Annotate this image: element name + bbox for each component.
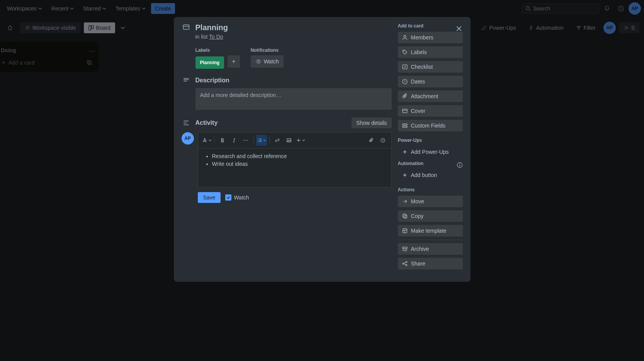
card-icon [182,23,191,31]
toolbar-separator [269,136,270,144]
checklist-button[interactable]: Checklist [398,61,463,73]
clock-icon [402,78,408,85]
editor-help-button[interactable] [377,135,388,146]
chevron-down-icon [302,139,305,142]
activity-heading: Activity [195,119,347,126]
make-template-label: Make template [411,228,447,234]
copy-button[interactable]: Copy [398,210,463,222]
italic-button[interactable] [229,135,240,146]
labels-button[interactable]: Labels [398,46,463,58]
svg-point-24 [382,141,383,142]
archive-label: Archive [411,246,429,252]
svg-rect-36 [403,229,407,233]
share-icon [402,261,408,267]
show-details-label: Show details [356,120,387,126]
svg-point-25 [404,36,406,37]
activity-header: Activity Show details [182,117,392,128]
attach-button[interactable] [366,135,377,146]
link-button[interactable] [272,135,283,146]
svg-point-22 [288,140,289,140]
comment-editor: Research and collect reference Write out… [198,132,392,187]
watch-checkbox-label: Watch [234,194,249,201]
checklist-label: Checklist [411,64,433,70]
archive-icon [402,246,408,252]
members-icon [402,34,408,41]
watch-checkbox[interactable]: Watch [225,194,249,201]
label-chip-text: Planning [200,60,220,65]
bold-icon [220,138,225,143]
labels-group: Labels Planning [195,48,240,69]
svg-rect-30 [403,124,407,125]
cover-button[interactable]: Cover [398,105,463,117]
fields-icon [402,123,408,129]
svg-point-20 [257,141,258,142]
svg-point-16 [245,140,246,141]
list-button[interactable] [256,135,267,146]
more-formatting-button[interactable] [240,135,251,146]
svg-rect-35 [404,215,407,218]
save-button[interactable]: Save [198,192,221,203]
link-icon [275,138,280,143]
bold-button[interactable] [217,135,228,146]
card-modal: Planning in list To Do Labels Planning N… [174,17,471,282]
italic-icon [231,138,237,143]
move-button[interactable]: Move [398,196,463,207]
svg-point-33 [459,163,460,164]
chevron-down-icon [209,139,212,142]
avatar-initials: AP [184,136,191,141]
image-button[interactable] [284,135,294,146]
description-heading: Description [195,77,392,84]
svg-rect-31 [403,126,407,127]
comment-avatar[interactable]: AP [182,132,194,145]
plus-icon [231,59,236,64]
meta-row: Labels Planning Notifications Watch [195,48,392,69]
add-label-button[interactable] [228,55,240,68]
watch-button[interactable]: Watch [251,55,284,68]
description-icon [182,77,191,84]
arrow-right-icon [402,198,408,204]
svg-point-18 [257,139,258,140]
automation-heading: Automation [398,161,424,166]
notifications-group: Notifications Watch [251,48,284,69]
share-label: Share [411,261,425,267]
in-list-link[interactable]: To Do [209,34,223,40]
eye-icon [255,58,262,65]
copy-label: Copy [411,213,424,219]
custom-fields-button[interactable]: Custom Fields [398,120,463,131]
svg-point-26 [403,51,404,51]
tag-icon [402,49,408,55]
chevron-down-icon [263,139,266,142]
attachment-button[interactable]: Attachment [398,90,463,102]
close-button[interactable] [452,22,466,36]
add-power-ups-button[interactable]: Add Power-Ups [398,146,463,158]
make-template-button[interactable]: Make template [398,225,463,237]
card-title[interactable]: Planning [195,23,228,32]
text-style-icon [202,137,208,143]
show-details-button[interactable]: Show details [352,117,391,128]
editor-toolbar [198,133,391,148]
labels-heading: Labels [195,48,240,53]
comment-bullet: Research and collect reference [212,153,385,159]
plus-icon [296,138,301,143]
image-icon [286,138,292,143]
label-chip[interactable]: Planning [195,56,224,69]
add-button-button[interactable]: Add button [398,169,463,181]
template-icon [402,228,408,234]
archive-button[interactable]: Archive [398,243,463,255]
notifications-heading: Notifications [251,48,284,53]
editor-body[interactable]: Research and collect reference Write out… [198,148,391,187]
sidebar-share-button[interactable]: Share [398,258,463,269]
info-icon[interactable] [457,162,463,168]
description-input[interactable]: Add a more detailed description… [195,88,392,110]
dates-button[interactable]: Dates [398,76,463,87]
power-ups-heading: Power-Ups [398,138,463,143]
paperclip-icon [369,138,374,143]
insert-button[interactable] [295,135,306,146]
checklist-icon [402,64,408,70]
members-button[interactable]: Members [398,32,463,43]
more-icon [243,138,248,143]
text-style-button[interactable] [201,135,212,146]
in-list-prefix: in list [195,34,208,40]
comment-bullet: Write out ideas [212,161,385,167]
save-row: Save Watch [198,192,392,203]
